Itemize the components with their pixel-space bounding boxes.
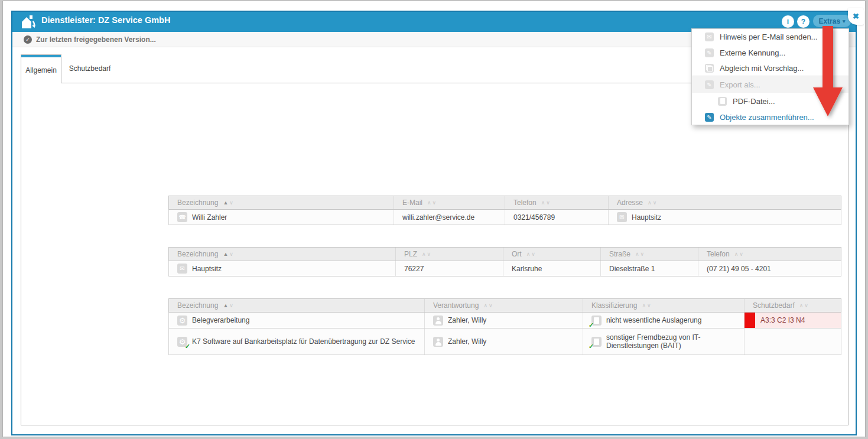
dialog-title: Dienstleister: DZ Service GmbH — [41, 15, 170, 25]
edit-icon — [705, 48, 714, 57]
address-city: Karlsruhe — [512, 265, 542, 273]
column-label: PLZ — [404, 250, 417, 258]
envelope-icon — [705, 32, 714, 41]
address-street: Dieselstraße 1 — [609, 265, 655, 273]
column-label: Ort — [512, 250, 522, 258]
pdf-icon — [718, 97, 727, 106]
menu-item-merge-objects[interactable]: Objekte zusammenführen... — [692, 109, 849, 125]
column-label: Schutzbedarf — [753, 301, 795, 310]
check-icon: ✓ — [589, 343, 594, 350]
tab-schutzbedarf-label: Schutzbedarf — [69, 64, 111, 73]
service-name: K7 Software auf Bankarbeitsplatz für Dat… — [192, 337, 415, 346]
check-icon: ✓ — [589, 321, 594, 329]
column-header[interactable]: Adresse — [608, 196, 841, 209]
last-released-version-link[interactable]: Zur letzten freigegebenen Version... — [36, 35, 156, 44]
column-label: Straße — [609, 250, 630, 258]
menu-item-external-id[interactable]: Externe Kennung... — [692, 45, 849, 60]
column-header[interactable]: Schutzbedarf — [744, 299, 841, 312]
classification-doc-icon: ✓ — [591, 316, 602, 326]
adressen-table: Bezeichnung PLZ Ort Straße Telefon ✉Haup… — [168, 247, 841, 277]
address-phone: (07 21) 49 05 - 4201 — [707, 265, 771, 273]
sort-icon — [223, 303, 233, 308]
person-icon — [433, 316, 443, 326]
column-header[interactable]: Ort — [503, 248, 600, 261]
service-provider-house-icon — [20, 14, 36, 30]
menu-item-label: Objekte zusammenführen... — [720, 113, 814, 122]
protection-level-value: A3:3 C2 I3 N4 — [760, 316, 805, 324]
close-glyph: ✖ — [853, 12, 859, 21]
column-header[interactable]: PLZ — [395, 248, 503, 261]
address-card-icon: ✉ — [177, 264, 187, 274]
contact-address: Hauptsitz — [632, 213, 661, 222]
column-header[interactable]: Telefon — [698, 248, 841, 261]
sort-icon — [642, 303, 651, 308]
tab-allgemein[interactable]: Allgemein — [21, 54, 61, 83]
chevron-down-icon: ▾ — [843, 18, 846, 24]
contact-phone: 0321/456789 — [513, 213, 555, 222]
address-name: Hauptsitz — [192, 265, 222, 273]
column-header[interactable]: Verantwortung — [424, 299, 583, 312]
service-classification: sonstiger Fremdbezug von IT-Dienstleistu… — [606, 333, 719, 350]
sort-icon — [223, 252, 233, 257]
menu-item-pdf-file[interactable]: PDF-Datei... — [692, 93, 849, 109]
contact-phone-icon: ☎ — [177, 212, 187, 222]
table-row[interactable]: ⚙✓K7 Software auf Bankarbeitsplatz für D… — [168, 329, 841, 355]
column-header[interactable]: Bezeichnung — [169, 299, 424, 312]
contact-name: Willi Zahler — [192, 213, 227, 222]
leistungen-header-row: Bezeichnung Verantwortung Klassifizierun… — [168, 298, 841, 313]
check-circle-icon: ✓ — [24, 35, 32, 44]
help-icon[interactable]: ? — [797, 15, 810, 28]
copy-icon — [705, 64, 714, 73]
extras-dropdown-menu: Hinweis per E-Mail senden... Externe Ken… — [691, 28, 849, 125]
contact-email: willi.zahler@service.de — [402, 213, 474, 222]
menu-item-export-as[interactable]: Export als... — [692, 76, 849, 93]
check-icon: ✓ — [185, 343, 190, 350]
column-header[interactable]: Bezeichnung — [169, 196, 394, 209]
person-icon — [433, 337, 443, 347]
column-header[interactable]: Straße — [600, 248, 698, 261]
sort-icon — [635, 252, 644, 257]
table-row[interactable]: ☎Willi Zahler willi.zahler@service.de 03… — [168, 210, 841, 225]
service-responsible: Zahler, Willy — [448, 337, 486, 346]
menu-item-label: Export als... — [720, 80, 760, 89]
column-label: Verantwortung — [433, 301, 479, 310]
address-plz: 76227 — [404, 265, 424, 273]
menu-item-label: Externe Kennung... — [720, 48, 785, 57]
extras-label: Extras — [818, 17, 840, 25]
table-row[interactable]: ⚙Belegverarbeitung Zahler, Willy ✓nicht … — [168, 313, 841, 329]
address-card-icon: ✉ — [617, 212, 627, 222]
column-label: Adresse — [617, 199, 643, 207]
menu-item-compare-proposal[interactable]: Abgleich mit Vorschlag... — [692, 60, 849, 76]
sort-icon — [799, 303, 808, 308]
column-label: Klassifizierung — [591, 301, 637, 310]
close-icon[interactable]: ✖ — [848, 8, 864, 25]
column-label: E-Mail — [402, 199, 422, 207]
column-label: Telefon — [513, 199, 537, 207]
column-header[interactable]: E-Mail — [394, 196, 505, 209]
column-header[interactable]: Klassifizierung — [583, 299, 744, 312]
export-icon — [705, 80, 714, 89]
service-classification: nicht wesentliche Auslagerung — [606, 316, 701, 324]
sort-icon — [734, 252, 743, 257]
sort-icon — [223, 200, 233, 206]
classification-doc-icon: ✓ — [591, 337, 602, 347]
sort-icon — [427, 200, 436, 206]
info-icon[interactable]: i — [782, 15, 794, 28]
service-name: Belegverarbeitung — [192, 316, 249, 324]
merge-icon — [705, 113, 714, 122]
column-label: Bezeichnung — [177, 250, 218, 258]
extras-button[interactable]: Extras▾ — [813, 15, 851, 27]
tab-schutzbedarf[interactable]: Schutzbedarf — [61, 54, 118, 83]
menu-item-send-email[interactable]: Hinweis per E-Mail senden... — [692, 29, 849, 45]
active-tab-accent — [21, 55, 61, 57]
table-row[interactable]: ✉Hauptsitz 76227 Karlsruhe Dieselstraße … — [168, 261, 841, 277]
menu-item-label: PDF-Datei... — [733, 97, 775, 106]
sort-icon — [648, 200, 656, 206]
menu-item-label: Abgleich mit Vorschlag... — [720, 64, 804, 73]
ansprechpartner-header-row: Bezeichnung E-Mail Telefon Adresse — [168, 196, 841, 210]
column-header[interactable]: Telefon — [505, 196, 608, 209]
column-label: Bezeichnung — [177, 301, 218, 310]
adressen-header-row: Bezeichnung PLZ Ort Straße Telefon — [168, 247, 841, 261]
column-header[interactable]: Bezeichnung — [169, 248, 395, 261]
leistungen-table: Bezeichnung Verantwortung Klassifizierun… — [168, 298, 841, 355]
